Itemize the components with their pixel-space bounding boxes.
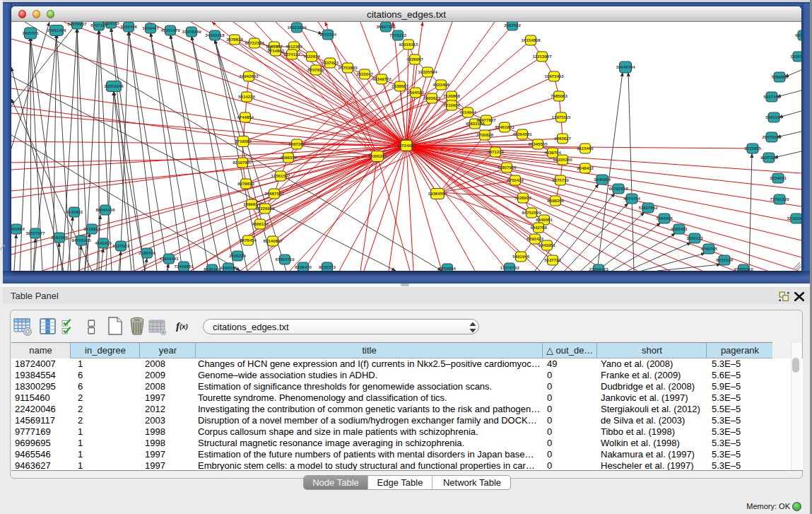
svg-text:66792612: 66792612	[608, 186, 628, 191]
svg-text:84752529: 84752529	[522, 210, 541, 215]
svg-text:41944441: 41944441	[159, 256, 179, 261]
svg-text:1326765: 1326765	[790, 54, 801, 59]
svg-text:8698256: 8698256	[547, 198, 564, 203]
svg-text:96977837: 96977837	[476, 117, 496, 122]
svg-text:39557077: 39557077	[25, 230, 45, 235]
svg-text:9683481: 9683481	[671, 226, 688, 231]
svg-text:2694522: 2694522	[407, 90, 424, 95]
svg-text:19335534: 19335534	[418, 69, 437, 74]
svg-text:83197857: 83197857	[233, 160, 252, 165]
svg-text:5924115: 5924115	[102, 22, 119, 25]
svg-text:88461803: 88461803	[495, 124, 514, 129]
svg-text:42857966: 42857966	[497, 165, 517, 170]
svg-text:67854710: 67854710	[275, 257, 295, 262]
svg-text:4860684: 4860684	[11, 226, 25, 231]
svg-text:4769795: 4769795	[700, 246, 717, 251]
svg-text:97226012: 97226012	[255, 206, 275, 211]
svg-text:24942603: 24942603	[239, 74, 259, 78]
svg-text:5663623: 5663623	[423, 95, 440, 100]
svg-text:16154808: 16154808	[521, 37, 541, 42]
svg-text:9115460: 9115460	[577, 146, 594, 151]
svg-text:8707870: 8707870	[307, 67, 324, 72]
svg-text:9937326: 9937326	[760, 155, 777, 160]
svg-text:7273233: 7273233	[389, 33, 406, 37]
svg-text:19384554: 19384554	[428, 191, 447, 196]
svg-text:45351479: 45351479	[160, 28, 180, 33]
svg-text:18724007: 18724007	[396, 143, 416, 148]
svg-text:1405571: 1405571	[22, 30, 39, 35]
svg-text:51837852: 51837852	[638, 205, 658, 210]
svg-text:66722344: 66722344	[245, 40, 264, 45]
svg-text:3653446: 3653446	[120, 24, 137, 29]
svg-text:20691406: 20691406	[47, 28, 66, 33]
svg-text:7374122: 7374122	[283, 52, 300, 57]
svg-text:86644106: 86644106	[95, 207, 115, 212]
svg-text:4539704: 4539704	[544, 150, 561, 155]
svg-text:32162965: 32162965	[787, 216, 801, 221]
svg-text:20570592: 20570592	[762, 134, 782, 139]
svg-text:36697396: 36697396	[376, 24, 396, 29]
svg-text:24282218: 24282218	[205, 33, 225, 37]
svg-text:8078673: 8078673	[237, 181, 254, 186]
svg-text:6672134: 6672134	[716, 257, 733, 262]
svg-text:82070937: 82070937	[67, 22, 87, 26]
svg-text:9478454: 9478454	[240, 238, 257, 243]
svg-text:7089806: 7089806	[771, 74, 788, 79]
svg-text:3871230: 3871230	[487, 149, 504, 154]
svg-text:5443951: 5443951	[539, 243, 555, 247]
svg-text:8835373: 8835373	[319, 264, 336, 269]
svg-text:6438436: 6438436	[795, 33, 801, 37]
svg-text:3678638: 3678638	[226, 37, 243, 42]
svg-text:4514944: 4514944	[459, 110, 476, 115]
svg-text:9143903: 9143903	[66, 209, 83, 214]
svg-text:12213967: 12213967	[532, 54, 552, 59]
svg-text:94705205: 94705205	[71, 238, 91, 243]
svg-text:93016315: 93016315	[399, 42, 418, 47]
svg-text:49349722: 49349722	[372, 76, 392, 81]
svg-text:4841005: 4841005	[95, 240, 112, 245]
svg-text:36687537: 36687537	[264, 191, 284, 196]
svg-text:4194548: 4194548	[220, 265, 237, 270]
svg-text:4698379: 4698379	[280, 155, 297, 160]
svg-text:5137722: 5137722	[544, 257, 561, 262]
svg-text:1640954: 1640954	[594, 177, 611, 182]
svg-text:7700828: 7700828	[476, 132, 493, 137]
svg-text:23209423: 23209423	[589, 267, 608, 271]
svg-text:6292423: 6292423	[526, 236, 543, 241]
svg-text:4668136: 4668136	[252, 221, 269, 226]
svg-text:17270733: 17270733	[500, 265, 519, 270]
svg-text:5491946: 5491946	[512, 254, 529, 259]
svg-text:18300295: 18300295	[367, 153, 387, 158]
svg-text:2191066: 2191066	[51, 235, 68, 240]
svg-text:73791320: 73791320	[770, 197, 789, 201]
svg-text:2322047: 2322047	[356, 71, 373, 76]
svg-text:2338687: 2338687	[392, 83, 408, 88]
svg-text:13561597: 13561597	[271, 173, 290, 178]
svg-text:1527021: 1527021	[112, 243, 129, 248]
svg-text:5614226: 5614226	[238, 94, 255, 99]
svg-text:20053346: 20053346	[104, 83, 124, 88]
svg-text:9548432: 9548432	[577, 165, 594, 170]
svg-text:9375710: 9375710	[552, 177, 569, 182]
svg-text:3215955: 3215955	[744, 146, 761, 151]
svg-text:83140807: 83140807	[263, 238, 283, 243]
svg-text:97705310: 97705310	[734, 267, 753, 271]
svg-text:2714803: 2714803	[267, 48, 284, 53]
svg-text:2719583: 2719583	[235, 139, 252, 144]
svg-text:5437923: 5437923	[322, 60, 339, 65]
svg-text:2087682: 2087682	[504, 23, 521, 28]
svg-text:5528972: 5528972	[514, 195, 531, 200]
svg-text:3154051: 3154051	[770, 175, 787, 180]
svg-text:7264956: 7264956	[656, 216, 673, 221]
svg-text:85345555: 85345555	[528, 141, 548, 146]
svg-text:33978249: 33978249	[182, 29, 201, 34]
svg-text:73440831: 73440831	[174, 264, 194, 269]
svg-text:5017343: 5017343	[763, 94, 780, 99]
svg-text:52235350: 52235350	[553, 157, 572, 162]
svg-text:8935169: 8935169	[204, 267, 220, 271]
svg-text:4744854: 4744854	[237, 115, 254, 119]
svg-text:2626229: 2626229	[229, 253, 246, 258]
svg-text:10973493: 10973493	[544, 74, 564, 78]
svg-text:2188789: 2188789	[139, 250, 155, 255]
svg-text:16648784: 16648784	[616, 64, 635, 69]
